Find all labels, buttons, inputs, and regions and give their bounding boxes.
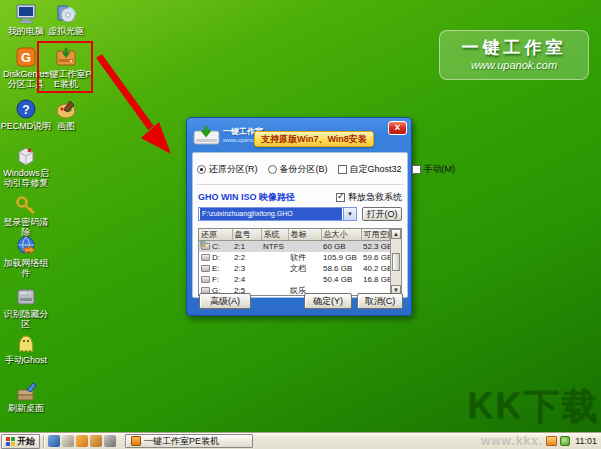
desktop-icon-virtual-cd[interactable]: 虚拟光驱 (40, 3, 92, 36)
desktop-icon-password-clear[interactable]: 登录密码清除 (0, 194, 52, 237)
diskgenius-icon: G (15, 46, 37, 68)
drive-icon (201, 243, 210, 250)
col-total[interactable]: 总大小 (321, 229, 361, 241)
installer-dialog: 一键工作室 www.upanok.com 支持原版Win7、Win8安装 × 还… (186, 117, 412, 316)
desktop-icon-hidden-partition[interactable]: 识别隐藏分区 (0, 286, 52, 329)
virtual-cd-icon (55, 3, 77, 25)
manual-ghost-icon (15, 332, 37, 354)
col-restore[interactable]: 还原 (199, 229, 232, 241)
watermark-title: 一键工作室 (440, 36, 588, 59)
table-row[interactable]: D: 2:2 软件105.9 GB59.6 GB (199, 252, 390, 263)
close-icon[interactable]: × (388, 121, 407, 135)
windows-flag-icon (6, 437, 15, 446)
ok-button[interactable]: 确定(Y) (304, 293, 352, 309)
divider (43, 435, 44, 448)
table-row[interactable]: E: 2:3 文档58.6 GB40.2 GB (199, 263, 390, 274)
quicklaunch-printer-icon[interactable] (62, 435, 74, 447)
col-free[interactable]: 可用空间 (361, 229, 390, 241)
rescue-system-checkbox[interactable]: 释放急救系统 (336, 191, 402, 204)
quicklaunch-window-icon[interactable] (90, 435, 102, 447)
support-badge: 支持原版Win7、Win8安装 (254, 131, 374, 147)
boot-repair-icon (15, 145, 37, 167)
table-row[interactable]: C: 2:1NTFS 60 GB52.3 GB (199, 241, 390, 252)
scroll-thumb[interactable] (392, 253, 400, 271)
installer-icon (131, 436, 141, 446)
icon-label: 识别隐藏分区 (0, 309, 52, 329)
svg-text:G: G (21, 50, 31, 65)
my-computer-icon (15, 3, 37, 25)
svg-text:?: ? (22, 103, 29, 117)
tray-installer-icon[interactable] (546, 436, 557, 446)
icon-label: 手动Ghost (0, 355, 52, 365)
table-row[interactable]: F: 2:4 50.4 GB16.8 GB (199, 274, 390, 285)
advanced-button[interactable]: 高级(A) (199, 293, 251, 309)
image-path-combobox[interactable]: F:\zuixinzhuangji\xitong.GHO ▼ (198, 207, 357, 221)
drive-icon (201, 254, 210, 261)
manual-checkbox[interactable]: 手动(M) (412, 163, 456, 176)
refresh-desktop-icon (15, 380, 37, 402)
table-scrollbar[interactable]: ▲ ▼ (390, 229, 401, 295)
partition-table: 还原 盘号 系统 卷标 总大小 可用空间 C: 2:1NTFS 60 GB52.… (198, 228, 402, 296)
radio-icon (268, 165, 277, 174)
chevron-down-icon[interactable]: ▼ (343, 208, 356, 220)
scroll-up-icon[interactable]: ▲ (391, 229, 401, 239)
taskbar: 开始 一键工作室PE装机 www.kkx. 11:01 (0, 432, 601, 449)
task-button-installer[interactable]: 一键工作室PE装机 (125, 434, 253, 448)
desktop-icon-manual-ghost[interactable]: 手动Ghost (0, 332, 52, 365)
icon-label: 加载网络组件 (0, 258, 52, 278)
paint-icon (55, 98, 77, 120)
col-fs[interactable]: 系统 (261, 229, 288, 241)
taskbar-watermark: www.kkx. (481, 434, 543, 448)
highlight-red-box (37, 41, 93, 93)
radio-icon (197, 165, 206, 174)
mode-options: 还原分区(R) 备份分区(B) 自定Ghost32 手动(M) (193, 153, 407, 176)
start-button[interactable]: 开始 (1, 434, 40, 449)
drive-icon (201, 265, 210, 272)
image-path-value[interactable]: F:\zuixinzhuangji\xitong.GHO (200, 208, 342, 220)
icon-label: 虚拟光驱 (40, 26, 92, 36)
col-disknum[interactable]: 盘号 (232, 229, 261, 241)
col-label[interactable]: 卷标 (288, 229, 321, 241)
desktop-icon-paint[interactable]: 画图 (40, 98, 92, 131)
table-header-row: 还原 盘号 系统 卷标 总大小 可用空间 (199, 229, 390, 241)
system-tray: www.kkx. 11:01 (481, 434, 601, 449)
icon-label: 登录密码清除 (0, 217, 52, 237)
checkbox-icon (336, 193, 345, 202)
icon-label: Windows启动引导修复 (0, 168, 52, 188)
quicklaunch-tool-icon[interactable] (104, 435, 116, 447)
red-arrow (93, 50, 178, 158)
gho-path-label: GHO WIN ISO 映像路径 (198, 191, 295, 204)
custom-ghost32-checkbox[interactable]: 自定Ghost32 (338, 163, 402, 176)
open-button[interactable]: 打开(O) (362, 207, 402, 221)
kk-watermark: KK下载 (467, 382, 599, 431)
watermark-url: www.upanok.com (440, 59, 588, 71)
dialog-logo-icon (193, 125, 220, 146)
upanok-watermark: 一键工作室 www.upanok.com (439, 30, 589, 80)
cancel-button[interactable]: 取消(C) (357, 293, 403, 309)
desktop-icon-network[interactable]: 加载网络组件 (0, 235, 52, 278)
drive-icon (201, 276, 210, 283)
quicklaunch-desktop-icon[interactable] (48, 435, 60, 447)
quicklaunch-folder-icon[interactable] (76, 435, 88, 447)
icon-label: 刷新桌面 (0, 403, 52, 413)
tray-status-icon[interactable] (560, 436, 570, 446)
desktop-icon-boot-repair[interactable]: Windows启动引导修复 (0, 145, 52, 188)
pecmd-help-icon: ? (15, 98, 37, 120)
backup-partition-radio[interactable]: 备份分区(B) (268, 163, 328, 176)
network-icon (15, 235, 37, 257)
dialog-panel: 还原分区(R) 备份分区(B) 自定Ghost32 手动(M) GHO WIN … (192, 152, 408, 298)
dialog-titlebar[interactable]: 一键工作室 www.upanok.com 支持原版Win7、Win8安装 × (187, 118, 411, 152)
password-clear-icon (15, 194, 37, 216)
checkbox-icon (338, 165, 347, 174)
hidden-partition-icon (15, 286, 37, 308)
icon-label: 画图 (40, 121, 92, 131)
restore-partition-radio[interactable]: 还原分区(R) (197, 163, 258, 176)
desktop-icon-refresh-desktop[interactable]: 刷新桌面 (0, 380, 52, 413)
checkbox-icon (412, 165, 421, 174)
clock: 11:01 (573, 436, 597, 446)
